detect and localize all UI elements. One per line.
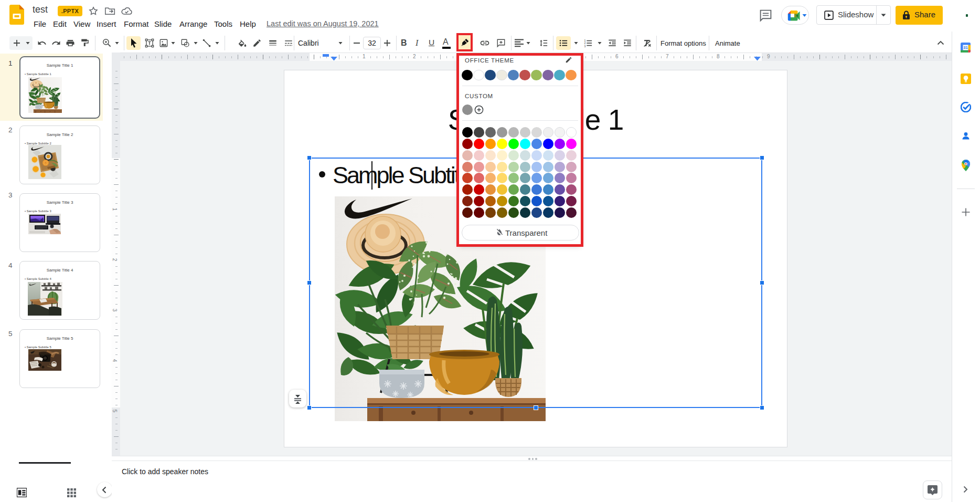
svg-text:31: 31 [963,45,968,50]
svg-text:3: 3 [584,45,586,48]
